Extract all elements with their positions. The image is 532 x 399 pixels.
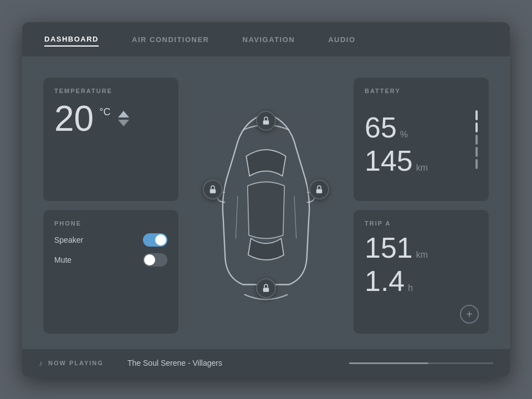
lock-left-icon [208,185,218,195]
now-playing-text: NOW PLAYING [48,360,104,366]
song-title: The Soul Serene - Villagers [127,359,338,367]
trip-hours-row: 1.4 h [365,267,478,295]
speaker-toggle[interactable] [143,233,167,247]
car-area [183,73,349,338]
nav-bar: DASHBOARD AIR CONDITIONER NAVIGATION AUD… [22,22,510,57]
lock-bottom[interactable] [256,278,276,298]
temperature-value: 20 [54,101,94,136]
lock-top-icon [261,116,271,126]
temperature-up-button[interactable] [118,111,129,117]
dashboard-container: DASHBOARD AIR CONDITIONER NAVIGATION AUD… [22,22,510,377]
battery-label: BATTERY [365,88,478,94]
nav-item-audio[interactable]: AUDIO [328,33,355,46]
nav-item-dashboard[interactable]: DASHBOARD [44,33,99,47]
trip-km-value: 151 [365,233,413,262]
mute-toggle[interactable] [143,253,167,267]
trip-hours-unit: h [408,283,413,293]
svg-rect-4 [316,190,323,194]
battery-percent-unit: % [400,130,408,140]
temperature-unit: °C [99,106,110,118]
svg-rect-5 [263,288,269,292]
progress-bar-container[interactable] [349,362,493,364]
svg-rect-2 [263,120,269,125]
battery-percent-value: 65 [365,113,397,142]
trip-hours-value: 1.4 [365,267,405,295]
music-icon: ♪ [39,359,44,367]
temperature-label: TEMPERATURE [54,88,167,94]
lock-top[interactable] [256,111,276,131]
temperature-arrows [118,111,129,126]
mute-row: Mute [54,253,167,267]
battery-seg-4 [475,147,478,157]
battery-km-row: 145 km [365,146,478,175]
lock-bottom-icon [261,283,271,293]
trip-label: TRIP A [365,220,478,227]
main-content: TEMPERATURE 20 °C PHONE Speaker Mute [22,57,510,349]
phone-card: PHONE Speaker Mute [43,210,178,334]
battery-seg-2 [475,122,478,132]
temperature-down-button[interactable] [118,120,129,126]
battery-km-unit: km [416,163,428,173]
speaker-row: Speaker [54,233,167,247]
trip-card: TRIP A 151 km 1.4 h + [354,210,489,334]
battery-values: 65 % 145 km [365,101,478,191]
nav-item-navigation[interactable]: NAVIGATION [243,33,295,46]
bottom-bar: ♪ NOW PLAYING The Soul Serene - Villager… [22,349,510,377]
now-playing-label: ♪ NOW PLAYING [39,359,116,367]
battery-percent-row: 65 % [365,113,478,142]
svg-rect-3 [210,190,216,194]
trip-km-unit: km [416,250,428,260]
nav-item-air-conditioner[interactable]: AIR CONDITIONER [132,33,209,46]
battery-bar [475,88,479,191]
mute-label: Mute [54,255,71,264]
speaker-label: Speaker [54,236,83,244]
lock-right[interactable] [309,180,329,200]
battery-seg-1 [475,110,478,120]
progress-fill [349,362,428,364]
mute-toggle-knob [144,254,155,265]
speaker-toggle-knob [155,234,166,245]
temperature-value-row: 20 °C [54,101,167,136]
battery-km-value: 145 [365,146,413,175]
lock-left[interactable] [203,180,223,200]
phone-label: PHONE [54,220,167,227]
temperature-card: TEMPERATURE 20 °C [43,78,178,201]
trip-km-row: 151 km [365,233,478,262]
lock-right-icon [314,185,324,195]
battery-seg-5 [475,159,478,169]
battery-card: BATTERY 65 % 145 km [354,78,489,201]
trip-add-button[interactable]: + [460,305,479,324]
battery-seg-3 [475,135,478,145]
